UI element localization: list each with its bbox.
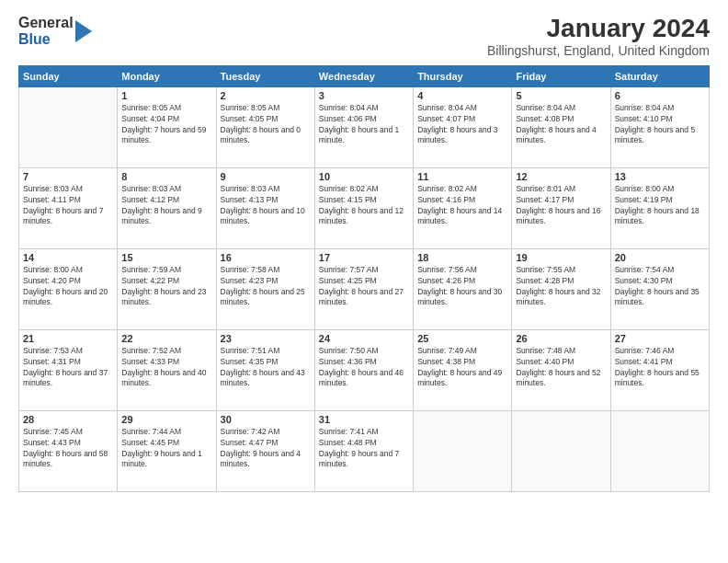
month-title: January 2024 [487,15,710,43]
table-row: 9Sunrise: 8:03 AMSunset: 4:13 PMDaylight… [216,167,314,248]
day-number: 6 [615,90,705,101]
header-friday: Friday [512,65,610,86]
table-row: 6Sunrise: 8:04 AMSunset: 4:10 PMDaylight… [610,86,709,167]
calendar-week-row: 14Sunrise: 8:00 AMSunset: 4:20 PMDayligh… [19,248,710,329]
day-number: 3 [319,90,409,101]
table-row: 30Sunrise: 7:42 AMSunset: 4:47 PMDayligh… [216,410,314,491]
table-row: 10Sunrise: 8:02 AMSunset: 4:15 PMDayligh… [314,167,413,248]
day-info: Sunrise: 8:02 AMSunset: 4:15 PMDaylight:… [319,184,409,228]
table-row [610,410,709,491]
day-number: 2 [221,90,311,101]
day-info: Sunrise: 8:04 AMSunset: 4:06 PMDaylight:… [319,103,409,147]
logo-general: General [18,15,74,31]
day-number: 11 [417,171,507,182]
logo-text: General Blue [18,15,74,47]
day-info: Sunrise: 7:53 AMSunset: 4:31 PMDaylight:… [23,346,113,390]
table-row: 25Sunrise: 7:49 AMSunset: 4:38 PMDayligh… [414,329,512,410]
table-row: 12Sunrise: 8:01 AMSunset: 4:17 PMDayligh… [512,167,610,248]
day-number: 19 [516,252,606,263]
table-row: 11Sunrise: 8:02 AMSunset: 4:16 PMDayligh… [414,167,512,248]
table-row: 27Sunrise: 7:46 AMSunset: 4:41 PMDayligh… [610,329,709,410]
day-number: 31 [319,414,409,425]
table-row: 1Sunrise: 8:05 AMSunset: 4:04 PMDaylight… [118,86,216,167]
table-row: 29Sunrise: 7:44 AMSunset: 4:45 PMDayligh… [118,410,216,491]
day-number: 30 [221,414,311,425]
header-saturday: Saturday [610,65,709,86]
table-row: 3Sunrise: 8:04 AMSunset: 4:06 PMDaylight… [314,86,413,167]
calendar-week-row: 21Sunrise: 7:53 AMSunset: 4:31 PMDayligh… [19,329,710,410]
day-number: 15 [121,252,211,263]
day-info: Sunrise: 7:59 AMSunset: 4:22 PMDaylight:… [121,265,211,309]
title-section: January 2024 Billingshurst, England, Uni… [487,15,710,58]
day-number: 13 [615,171,705,182]
day-number: 23 [221,333,311,344]
table-row: 15Sunrise: 7:59 AMSunset: 4:22 PMDayligh… [118,248,216,329]
calendar-week-row: 28Sunrise: 7:45 AMSunset: 4:43 PMDayligh… [19,410,710,491]
day-number: 5 [516,90,606,101]
table-row: 13Sunrise: 8:00 AMSunset: 4:19 PMDayligh… [610,167,709,248]
location: Billingshurst, England, United Kingdom [487,43,710,58]
day-number: 1 [121,90,211,101]
table-row: 5Sunrise: 8:04 AMSunset: 4:08 PMDaylight… [512,86,610,167]
day-number: 21 [23,333,113,344]
day-number: 16 [221,252,311,263]
day-info: Sunrise: 7:45 AMSunset: 4:43 PMDaylight:… [23,427,113,471]
table-row: 28Sunrise: 7:45 AMSunset: 4:43 PMDayligh… [19,410,118,491]
day-info: Sunrise: 7:44 AMSunset: 4:45 PMDaylight:… [121,427,211,471]
day-number: 29 [121,414,211,425]
day-info: Sunrise: 8:04 AMSunset: 4:08 PMDaylight:… [516,103,606,147]
day-info: Sunrise: 7:48 AMSunset: 4:40 PMDaylight:… [516,346,606,390]
table-row: 16Sunrise: 7:58 AMSunset: 4:23 PMDayligh… [216,248,314,329]
day-info: Sunrise: 8:02 AMSunset: 4:16 PMDaylight:… [417,184,507,228]
day-number: 25 [417,333,507,344]
table-row: 20Sunrise: 7:54 AMSunset: 4:30 PMDayligh… [610,248,709,329]
day-info: Sunrise: 7:58 AMSunset: 4:23 PMDaylight:… [221,265,311,309]
table-row: 24Sunrise: 7:50 AMSunset: 4:36 PMDayligh… [314,329,413,410]
day-number: 24 [319,333,409,344]
day-number: 7 [23,171,113,182]
day-info: Sunrise: 7:56 AMSunset: 4:26 PMDaylight:… [417,265,507,309]
day-info: Sunrise: 7:50 AMSunset: 4:36 PMDaylight:… [319,346,409,390]
day-info: Sunrise: 7:49 AMSunset: 4:38 PMDaylight:… [417,346,507,390]
svg-marker-0 [75,20,92,42]
day-info: Sunrise: 7:42 AMSunset: 4:47 PMDaylight:… [221,427,311,471]
header-monday: Monday [118,65,216,86]
logo-icon [75,20,92,42]
table-row: 14Sunrise: 8:00 AMSunset: 4:20 PMDayligh… [19,248,118,329]
day-info: Sunrise: 8:05 AMSunset: 4:04 PMDaylight:… [121,103,211,147]
day-number: 10 [319,171,409,182]
table-row: 4Sunrise: 8:04 AMSunset: 4:07 PMDaylight… [414,86,512,167]
day-number: 8 [121,171,211,182]
day-number: 28 [23,414,113,425]
day-number: 27 [615,333,705,344]
day-info: Sunrise: 8:03 AMSunset: 4:12 PMDaylight:… [121,184,211,228]
day-info: Sunrise: 7:54 AMSunset: 4:30 PMDaylight:… [615,265,705,309]
weekday-header-row: Sunday Monday Tuesday Wednesday Thursday… [19,65,710,86]
table-row: 8Sunrise: 8:03 AMSunset: 4:12 PMDaylight… [118,167,216,248]
day-number: 9 [221,171,311,182]
header-thursday: Thursday [414,65,512,86]
day-number: 18 [417,252,507,263]
day-number: 26 [516,333,606,344]
table-row [414,410,512,491]
day-number: 22 [121,333,211,344]
calendar-week-row: 1Sunrise: 8:05 AMSunset: 4:04 PMDaylight… [19,86,710,167]
day-info: Sunrise: 8:04 AMSunset: 4:07 PMDaylight:… [417,103,507,147]
header: General Blue January 2024 Billingshurst,… [18,15,710,58]
day-info: Sunrise: 7:57 AMSunset: 4:25 PMDaylight:… [319,265,409,309]
day-info: Sunrise: 7:41 AMSunset: 4:48 PMDaylight:… [319,427,409,471]
day-info: Sunrise: 8:03 AMSunset: 4:11 PMDaylight:… [23,184,113,228]
day-info: Sunrise: 8:03 AMSunset: 4:13 PMDaylight:… [221,184,311,228]
table-row: 18Sunrise: 7:56 AMSunset: 4:26 PMDayligh… [414,248,512,329]
day-info: Sunrise: 8:00 AMSunset: 4:20 PMDaylight:… [23,265,113,309]
table-row: 2Sunrise: 8:05 AMSunset: 4:05 PMDaylight… [216,86,314,167]
table-row [19,86,118,167]
table-row [512,410,610,491]
header-wednesday: Wednesday [314,65,413,86]
table-row: 21Sunrise: 7:53 AMSunset: 4:31 PMDayligh… [19,329,118,410]
table-row: 17Sunrise: 7:57 AMSunset: 4:25 PMDayligh… [314,248,413,329]
day-info: Sunrise: 7:51 AMSunset: 4:35 PMDaylight:… [221,346,311,390]
table-row: 31Sunrise: 7:41 AMSunset: 4:48 PMDayligh… [314,410,413,491]
day-info: Sunrise: 8:05 AMSunset: 4:05 PMDaylight:… [221,103,311,147]
calendar-week-row: 7Sunrise: 8:03 AMSunset: 4:11 PMDaylight… [19,167,710,248]
